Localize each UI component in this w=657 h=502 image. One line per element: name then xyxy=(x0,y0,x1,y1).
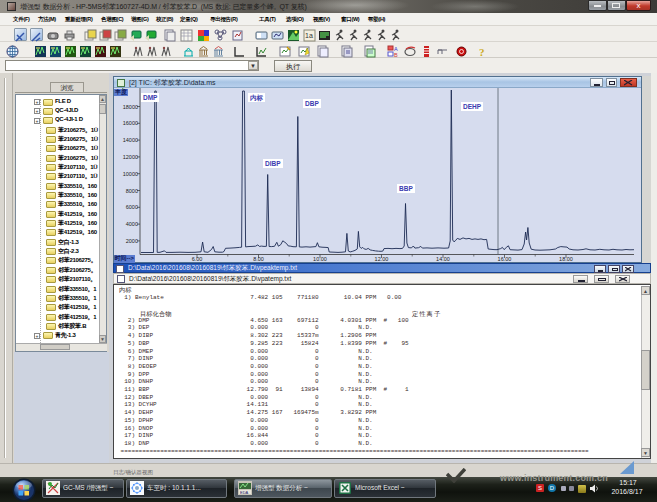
svg-text:1a: 1a xyxy=(305,32,313,39)
svg-text:A: A xyxy=(394,46,398,52)
svg-text:EDA: EDA xyxy=(240,490,249,495)
svg-text:?: ? xyxy=(479,46,485,58)
